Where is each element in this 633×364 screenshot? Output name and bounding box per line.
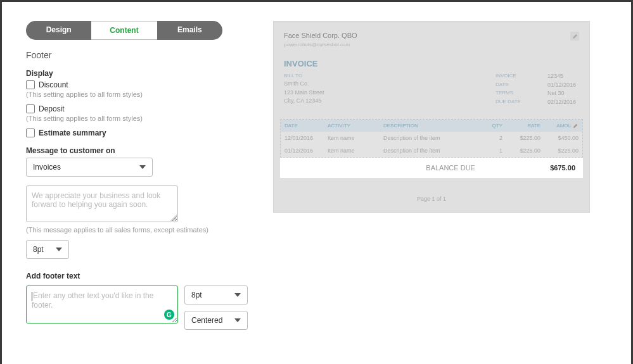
balance-bar: BALANCE DUE $675.00 xyxy=(280,158,583,178)
section-title: Footer xyxy=(26,50,254,60)
chevron-down-icon xyxy=(234,293,241,297)
meta-val: 01/12/2016 xyxy=(547,81,579,90)
col-date: DATE xyxy=(285,123,328,129)
col-activity: ACTIVITY xyxy=(328,123,383,129)
meta-val: 12345 xyxy=(547,72,579,81)
deposit-helper: (This setting applies to all form styles… xyxy=(26,115,254,122)
pencil-icon[interactable] xyxy=(571,122,580,130)
discount-label: Discount xyxy=(39,80,68,89)
message-helper: (This message applies to all sales forms… xyxy=(26,226,254,234)
estimate-checkbox[interactable] xyxy=(26,129,35,137)
meta-key: DUE DATE xyxy=(496,98,527,107)
grammarly-icon[interactable]: G xyxy=(164,310,174,320)
chevron-down-icon xyxy=(139,165,146,169)
col-rate: RATE xyxy=(502,123,540,129)
footer-text-placeholder: Enter any other text you'd like in the f… xyxy=(32,291,153,310)
resize-handle-icon[interactable] xyxy=(170,215,177,221)
footer-font-select[interactable]: 8pt xyxy=(184,286,248,304)
message-font-select[interactable]: 8pt xyxy=(26,240,69,259)
meta-key: DATE xyxy=(496,81,527,90)
discount-checkbox[interactable] xyxy=(26,80,35,89)
message-font-value: 8pt xyxy=(33,245,44,254)
footer-text-textarea[interactable]: Enter any other text you'd like in the f… xyxy=(26,286,178,323)
tab-bar: Design Content Emails xyxy=(26,21,222,40)
chevron-down-icon xyxy=(56,248,62,251)
estimate-label: Estimate summary xyxy=(39,129,106,137)
footer-text-heading: Add footer text xyxy=(26,272,254,280)
meta-val: Net 30 xyxy=(547,89,579,98)
deposit-checkbox[interactable] xyxy=(26,104,35,113)
tab-emails[interactable]: Emails xyxy=(157,21,222,40)
page-number: Page 1 of 1 xyxy=(280,196,583,202)
bill-to-line: City, CA 12345 xyxy=(284,97,324,106)
deposit-label: Deposit xyxy=(39,104,65,113)
bill-to-line: Smith Co. xyxy=(284,80,324,89)
display-heading: Display xyxy=(26,69,254,78)
table-row: 01/12/2016 Item name Description of the … xyxy=(281,144,582,157)
meta-val: 02/12/2016 xyxy=(547,98,579,107)
preview-email: powerrobots@cursesbot.com xyxy=(284,42,579,47)
bill-to-label: BILL TO xyxy=(284,72,324,80)
tab-content[interactable]: Content xyxy=(91,21,157,40)
balance-label: BALANCE DUE xyxy=(288,164,550,172)
table-row: 12/01/2016 Item name Description of the … xyxy=(281,132,582,144)
discount-helper: (This setting applies to all form styles… xyxy=(26,91,254,98)
bill-to-line: 123 Main Street xyxy=(284,89,324,97)
meta-key: INVOICE xyxy=(496,72,527,81)
message-placeholder: We appreciate your business and look for… xyxy=(32,191,160,209)
invoice-preview: Face Shield Corp. QBO powerrobots@curses… xyxy=(273,21,590,213)
message-form-value: Invoices xyxy=(33,163,61,172)
message-form-select[interactable]: Invoices xyxy=(26,158,153,177)
preview-company: Face Shield Corp. QBO xyxy=(284,32,357,39)
chevron-down-icon xyxy=(234,318,241,322)
col-qty: QTY xyxy=(477,123,502,129)
preview-doc-title: INVOICE xyxy=(284,59,579,68)
col-description: DESCRIPTION xyxy=(383,123,477,129)
message-heading: Message to customer on xyxy=(26,146,254,155)
meta-key: TERMS xyxy=(496,89,527,98)
footer-align-select[interactable]: Centered xyxy=(184,311,248,330)
pencil-icon[interactable] xyxy=(570,32,579,41)
footer-font-value: 8pt xyxy=(191,291,202,299)
message-textarea[interactable]: We appreciate your business and look for… xyxy=(26,185,178,222)
tab-design[interactable]: Design xyxy=(26,21,91,40)
footer-align-value: Centered xyxy=(191,316,222,325)
preview-table: DATE ACTIVITY DESCRIPTION QTY RATE AMOUN… xyxy=(280,119,583,158)
balance-value: $675.00 xyxy=(550,164,575,172)
